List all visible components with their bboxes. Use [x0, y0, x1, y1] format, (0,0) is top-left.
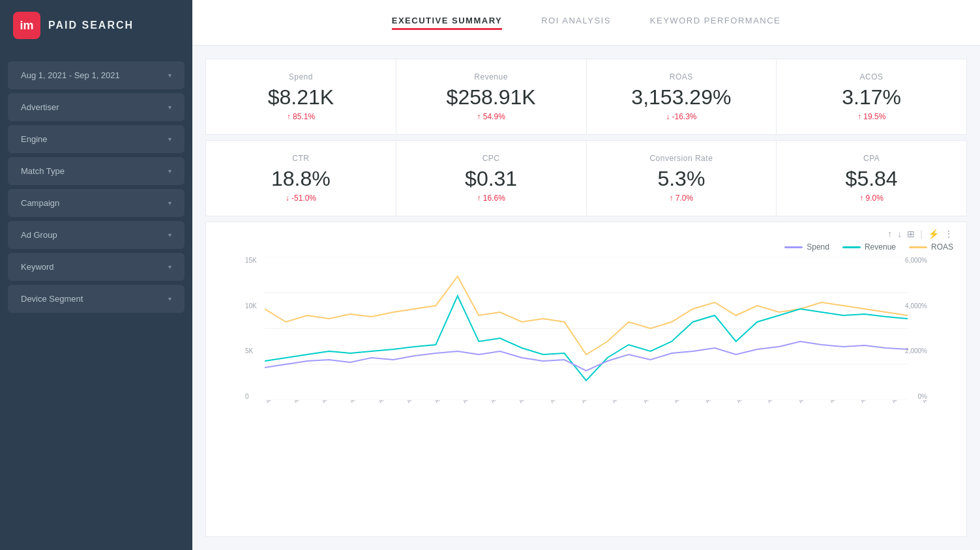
nav-item-roi-analysis[interactable]: ROI ANALYSIS — [541, 16, 611, 30]
x-axis-label: Aug 6, 2021 — [406, 400, 430, 404]
metric-change-ctr: ↓ -51.0% — [286, 194, 316, 203]
spend-line — [265, 341, 908, 371]
y-tick-left: 10K — [245, 302, 257, 310]
sidebar-filter-match-type[interactable]: Match Type▾ — [8, 157, 185, 185]
metric-card-cpa: CPA $5.84 ↑ 9.0% — [777, 141, 966, 216]
metric-change-cpa: ↑ 9.0% — [859, 194, 883, 203]
chart-toolbar: ↑ ↓ ⊞ | ⚡ ⋮ — [219, 229, 953, 239]
filter-label: Match Type — [21, 166, 65, 176]
x-axis-label: Aug 10, 2021 — [518, 400, 544, 404]
y-tick-right: 2,000% — [905, 347, 927, 355]
y-ticks-left: 15K10K5K0 — [245, 257, 257, 400]
legend-line-revenue-legend — [842, 246, 861, 248]
filter-label: Campaign — [21, 198, 59, 208]
filter-label: Engine — [21, 134, 47, 144]
metric-card-ctr: CTR 18.8% ↓ -51.0% — [206, 141, 396, 216]
x-axis-label: Aug 22, 2021 — [891, 400, 917, 404]
filter-label: Ad Group — [21, 230, 57, 240]
x-axis-label: Aug 14, 2021 — [642, 400, 668, 404]
y-tick-right: 4,000% — [905, 302, 927, 310]
sidebar-filter-campaign[interactable]: Campaign▾ — [8, 189, 185, 217]
x-axis-label: Aug 17, 2021 — [735, 400, 762, 404]
metrics-row-2: CTR 18.8% ↓ -51.0% CPC $0.31 ↑ 16.6% Con… — [205, 140, 967, 216]
sidebar-filter-date-range[interactable]: Aug 1, 2021 - Sep 1, 2021▾ — [8, 61, 185, 89]
x-axis-label: Aug 13, 2021 — [611, 400, 637, 404]
legend-line-roas-legend — [909, 246, 927, 248]
metric-card-conversion-rate: Conversion Rate 5.3% ↑ 7.0% — [587, 141, 777, 216]
sidebar-filters: Aug 1, 2021 - Sep 1, 2021▾Advertiser▾Eng… — [0, 51, 192, 550]
sidebar-filter-ad-group[interactable]: Ad Group▾ — [8, 221, 185, 249]
nav-item-keyword-performance[interactable]: KEYWORD PERFORMANCE — [650, 16, 780, 30]
chevron-down-icon: ▾ — [168, 136, 171, 143]
metric-change-roas: ↓ -16.3% — [666, 112, 696, 121]
x-axis-labels: Aug 1, 2021Aug 2, 2021Aug 3, 2021Aug 4, … — [265, 400, 927, 436]
legend-item-revenue-legend: Revenue — [842, 242, 896, 252]
chevron-down-icon: ▾ — [168, 199, 171, 207]
sidebar-filter-advertiser[interactable]: Advertiser▾ — [8, 93, 185, 121]
chevron-down-icon: ▾ — [168, 231, 171, 239]
metric-change-conversion-rate: ↑ 7.0% — [670, 194, 694, 203]
filter-label: Device Segment — [21, 294, 83, 304]
metric-card-revenue: Revenue $258.91K ↑ 54.9% — [396, 59, 587, 134]
metric-label-ctr: CTR — [292, 154, 309, 163]
chart-legend: Spend Revenue ROAS — [219, 242, 953, 252]
legend-label-spend-legend: Spend — [807, 242, 829, 252]
sidebar-filter-engine[interactable]: Engine▾ — [8, 125, 185, 153]
x-axis-label: Aug 1, 2021 — [265, 400, 289, 404]
chevron-down-icon: ▾ — [168, 263, 171, 270]
sort-down-icon[interactable]: ↓ — [897, 229, 902, 239]
x-axis-label: Aug 12, 2021 — [580, 400, 606, 404]
metric-card-cpc: CPC $0.31 ↑ 16.6% — [396, 141, 587, 216]
more-icon[interactable]: ⋮ — [944, 229, 953, 239]
y-tick-right: 6,000% — [905, 257, 927, 264]
main-content: EXECUTIVE SUMMARYROI ANALYSISKEYWORD PER… — [192, 0, 980, 550]
metric-change-revenue: ↑ 54.9% — [477, 112, 505, 121]
chevron-down-icon: ▾ — [168, 104, 171, 111]
nav-item-executive-summary[interactable]: EXECUTIVE SUMMARY — [392, 16, 502, 30]
x-axis-label: Aug 21, 2021 — [859, 400, 885, 404]
metric-value-conversion-rate: 5.3% — [657, 167, 705, 191]
sort-up-icon[interactable]: ↑ — [887, 229, 892, 239]
metric-value-spend: $8.21K — [268, 85, 334, 109]
x-axis-label: Aug 5, 2021 — [378, 400, 402, 404]
chevron-down-icon: ▾ — [168, 295, 171, 302]
grid-icon[interactable]: ⊞ — [907, 229, 915, 239]
metric-value-cpc: $0.31 — [465, 167, 517, 191]
metric-value-roas: 3,153.29% — [631, 85, 731, 109]
lightning-icon[interactable]: ⚡ — [928, 229, 939, 239]
metric-card-spend: Spend $8.21K ↑ 85.1% — [206, 59, 396, 134]
metric-label-roas: ROAS — [670, 72, 693, 81]
metric-card-acos: ACOS 3.17% ↑ 19.5% — [777, 59, 966, 134]
chevron-down-icon: ▾ — [168, 72, 171, 79]
y-tick-left: 0 — [245, 393, 257, 400]
chart-svg — [265, 257, 908, 400]
metric-card-roas: ROAS 3,153.29% ↓ -16.3% — [587, 59, 777, 134]
x-axis-label: Aug 9, 2021 — [490, 400, 514, 404]
x-axis-label: Aug 18, 2021 — [766, 400, 792, 404]
metric-change-cpc: ↑ 16.6% — [477, 194, 505, 203]
x-axis-label: Aug 7, 2021 — [434, 400, 458, 404]
metric-change-acos: ↑ 19.5% — [857, 112, 885, 121]
chart-container: 15K10K5K0 6,000%4,000%2,000%0% — [219, 257, 953, 439]
legend-label-revenue-legend: Revenue — [865, 242, 896, 252]
y-tick-right: 0% — [905, 393, 927, 400]
sidebar: im PAID SEARCH Aug 1, 2021 - Sep 1, 2021… — [0, 0, 192, 550]
metric-label-conversion-rate: Conversion Rate — [649, 154, 713, 163]
x-axis-label: Aug 3, 2021 — [321, 400, 345, 404]
x-axis-label: Aug 11, 2021 — [549, 400, 575, 404]
legend-item-spend-legend: Spend — [784, 242, 829, 252]
y-tick-left: 15K — [245, 257, 257, 264]
chevron-down-icon: ▾ — [168, 167, 171, 175]
metric-value-ctr: 18.8% — [271, 167, 331, 191]
sidebar-header: im PAID SEARCH — [0, 0, 192, 51]
logo: im — [13, 12, 40, 39]
metrics-row-1: Spend $8.21K ↑ 85.1% Revenue $258.91K ↑ … — [205, 59, 967, 135]
sidebar-filter-keyword[interactable]: Keyword▾ — [8, 253, 185, 281]
metric-label-cpa: CPA — [863, 154, 880, 163]
filter-label: Keyword — [21, 262, 54, 272]
sidebar-filter-device-segment[interactable]: Device Segment▾ — [8, 285, 185, 313]
x-axis-label: Aug 15, 2021 — [673, 400, 699, 404]
top-nav: EXECUTIVE SUMMARYROI ANALYSISKEYWORD PER… — [192, 0, 980, 46]
y-tick-left: 5K — [245, 347, 257, 355]
metric-value-acos: 3.17% — [842, 85, 901, 109]
